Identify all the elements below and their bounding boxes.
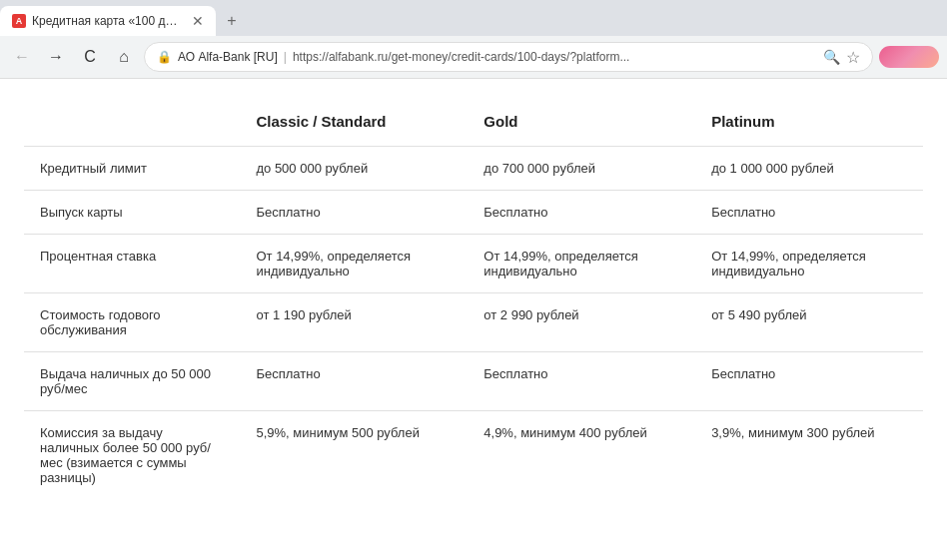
row-gold-value: Бесплатно — [468, 191, 695, 235]
table-row: Кредитный лимитдо 500 000 рублейдо 700 0… — [24, 147, 923, 191]
row-label: Выпуск карты — [24, 191, 240, 235]
profile-avatar[interactable] — [879, 46, 939, 68]
site-badge: АО Alfa-Bank [RU] — [178, 50, 278, 64]
home-button[interactable]: ⌂ — [110, 43, 138, 71]
row-platinum-value: Бесплатно — [695, 352, 923, 411]
forward-button[interactable]: → — [42, 43, 70, 71]
reload-button[interactable]: C — [76, 43, 104, 71]
row-label: Стоимость годового обслуживания — [24, 293, 240, 352]
browser-chrome: А Кредитная карта «100 дней бе... ✕ + ← … — [0, 0, 947, 79]
row-gold-value: От 14,99%, определяется индивидуально — [468, 235, 695, 293]
tab-title: Кредитная карта «100 дней бе... — [32, 14, 182, 28]
header-gold-col: Gold — [468, 99, 695, 147]
row-classic-value: Бесплатно — [240, 191, 468, 235]
search-icon[interactable]: 🔍 — [823, 49, 840, 65]
row-platinum-value: от 5 490 рублей — [695, 293, 923, 352]
page-content: Classic / Standard Gold Platinum Кредитн… — [0, 79, 947, 519]
row-classic-value: 5,9%, минимум 500 рублей — [240, 411, 468, 500]
comparison-table: Classic / Standard Gold Platinum Кредитн… — [24, 99, 923, 499]
url-text: https://alfabank.ru/get-money/credit-car… — [293, 50, 817, 64]
row-classic-value: Бесплатно — [240, 352, 468, 411]
lock-icon: 🔒 — [157, 50, 172, 64]
row-gold-value: от 2 990 рублей — [468, 293, 695, 352]
row-classic-value: От 14,99%, определяется индивидуально — [240, 235, 468, 293]
row-platinum-value: От 14,99%, определяется индивидуально — [695, 235, 923, 293]
address-bar-row: ← → C ⌂ 🔒 АО Alfa-Bank [RU] | https://al… — [0, 36, 947, 78]
row-label: Комиссия за выдачу наличных более 50 000… — [24, 411, 240, 500]
table-header-row: Classic / Standard Gold Platinum — [24, 99, 923, 147]
address-separator: | — [284, 50, 287, 64]
row-platinum-value: Бесплатно — [695, 191, 923, 235]
new-tab-button[interactable]: + — [220, 9, 244, 33]
tab-favicon: А — [12, 14, 26, 28]
row-gold-value: 4,9%, минимум 400 рублей — [468, 411, 695, 500]
tab-close-button[interactable]: ✕ — [192, 13, 204, 29]
row-label: Выдача наличных до 50 000 руб/мес — [24, 352, 240, 411]
row-label: Процентная ставка — [24, 235, 240, 293]
row-classic-value: до 500 000 рублей — [240, 147, 468, 191]
header-classic-col: Classic / Standard — [240, 99, 468, 147]
header-platinum-col: Platinum — [695, 99, 923, 147]
tab-bar: А Кредитная карта «100 дней бе... ✕ + — [0, 0, 947, 36]
active-tab[interactable]: А Кредитная карта «100 дней бе... ✕ — [0, 6, 216, 36]
row-platinum-value: 3,9%, минимум 300 рублей — [695, 411, 923, 500]
row-gold-value: Бесплатно — [468, 352, 695, 411]
table-row: Выдача наличных до 50 000 руб/месБесплат… — [24, 352, 923, 411]
row-platinum-value: до 1 000 000 рублей — [695, 147, 923, 191]
table-row: Процентная ставкаОт 14,99%, определяется… — [24, 235, 923, 293]
row-gold-value: до 700 000 рублей — [468, 147, 695, 191]
address-box[interactable]: 🔒 АО Alfa-Bank [RU] | https://alfabank.r… — [144, 42, 873, 72]
row-label: Кредитный лимит — [24, 147, 240, 191]
row-classic-value: от 1 190 рублей — [240, 293, 468, 352]
table-row: Комиссия за выдачу наличных более 50 000… — [24, 411, 923, 500]
header-label-col — [24, 99, 240, 147]
back-button[interactable]: ← — [8, 43, 36, 71]
table-row: Выпуск картыБесплатноБесплатноБесплатно — [24, 191, 923, 235]
bookmark-icon[interactable]: ☆ — [846, 48, 860, 67]
profile-area — [879, 46, 939, 68]
table-row: Стоимость годового обслуживанияот 1 190 … — [24, 293, 923, 352]
